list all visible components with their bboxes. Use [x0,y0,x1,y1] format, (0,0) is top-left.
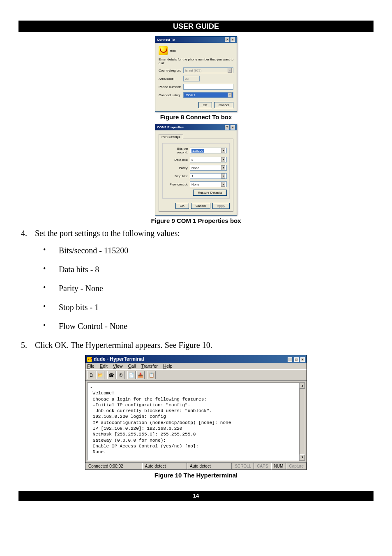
com1-titlebar: COM1 Properties ? × [155,124,237,130]
step-number-4: 4. [18,227,35,239]
restore-defaults-button[interactable]: Restore Defaults [193,190,227,196]
stopbits-label: Stop bits: [165,174,190,178]
ok-button[interactable]: OK [175,203,189,209]
ok-button[interactable]: OK [198,102,212,108]
close-icon[interactable]: × [231,37,235,42]
menubar: File Edit View Call Transfer Help [85,363,307,369]
parity-select[interactable]: None▾ [190,165,227,171]
settings-bullet-list: Bits/second - 115200 Data bits - 8 Parit… [43,245,374,332]
footer-page-number: 14 [18,491,374,501]
apply-button[interactable]: Apply [212,203,230,209]
call-menu[interactable]: Call [128,364,136,368]
header-bar: USER GUIDE [18,21,374,32]
step-number-5: 5. [18,339,35,351]
com1-title: COM1 Properties [157,125,184,129]
instructions-text: Enter details for the phone number that … [159,58,233,65]
chevron-down-icon[interactable]: ▾ [221,148,225,153]
chevron-down-icon[interactable]: ▾ [221,174,225,178]
scroll-down-icon[interactable]: ▾ [300,454,305,460]
connect-to-title: Connect To [157,38,175,42]
databits-select[interactable]: 8▾ [190,157,227,162]
area-input[interactable]: 03 [183,76,200,81]
close-icon[interactable]: × [231,125,235,130]
list-item: Bits/second - 115200 [43,245,374,256]
chevron-down-icon[interactable]: ▾ [228,93,232,97]
connect-icon[interactable]: ☎ [107,371,115,379]
window-controls: ? × [224,125,235,130]
figure-10-caption: Figure 10 The Hyperterminal [18,472,374,479]
chevron-down-icon[interactable]: ▾ [221,182,225,187]
hyperterminal-window: dude - HyperTerminal _ □ × File Edit Vie… [85,355,307,470]
window-controls: ? × [224,37,235,42]
file-menu[interactable]: File [87,364,95,368]
port-settings-tab[interactable]: Port Settings [159,134,183,139]
minimize-icon[interactable]: _ [288,357,292,362]
list-item: Stop bits - 1 [43,301,374,313]
status-scroll: SCROLL [232,463,254,470]
chevron-down-icon[interactable]: ▾ [221,165,225,170]
cancel-button[interactable]: Cancel [214,102,233,108]
status-bar: Connected 0:00:02 Auto detect Auto detec… [85,462,307,470]
chevron-down-icon[interactable]: ▾ [228,68,232,73]
list-item: Flow Control - None [43,320,374,332]
hyperterminal-title: dude - HyperTerminal [94,356,144,362]
stopbits-select[interactable]: 1▾ [190,173,227,179]
instructions-section: 4. Set the port settings to the followin… [18,227,374,351]
flow-label: Flow control: [165,183,190,186]
close-icon[interactable]: × [300,357,305,362]
status-detect1: Auto detect [142,463,187,470]
status-detect2: Auto detect [187,463,232,470]
scroll-up-icon[interactable]: ▴ [300,383,305,389]
transfer-menu[interactable]: Transfer [141,364,158,368]
scrollbar[interactable]: ▴ ▾ [299,382,305,461]
window-controls: _ □ × [287,356,305,362]
help-menu[interactable]: Help [163,364,173,368]
databits-label: Data bits: [165,158,190,162]
connect-to-dialog: Connect To ? × fred Enter details for th… [155,36,237,112]
figure-9-caption: Figure 9 COM 1 Properties box [18,217,374,224]
bps-label: Bits per second: [165,147,190,154]
status-connected: Connected 0:00:02 [85,463,142,470]
country-label: Country/region: [159,69,183,72]
list-item: Data bits - 8 [43,264,374,275]
disconnect-icon[interactable]: ✆ [116,371,125,379]
status-caps: CAPS [254,463,271,470]
flow-select[interactable]: None▾ [190,181,227,187]
figure-8-caption: Figure 8 Connect To box [18,114,374,120]
phone-input[interactable] [183,84,233,90]
chevron-down-icon[interactable]: ▾ [221,157,225,162]
cancel-button[interactable]: Cancel [191,203,210,209]
area-label: Area code: [159,77,183,81]
receive-icon[interactable]: 📥 [136,371,145,379]
help-icon[interactable]: ? [225,125,229,130]
phone-label: Phone number: [159,85,183,89]
toolbar: 🗋 📂 ☎ ✆ 📄 📥 📋 [85,369,307,381]
maximize-icon[interactable]: □ [294,357,299,362]
connect-to-titlebar: Connect To ? × [155,37,237,43]
com1-dialog: COM1 Properties ? × Port Settings Bits p… [155,124,237,215]
step-4-text: Set the port settings to the following v… [35,227,374,239]
connect-using-select[interactable]: COM1▾ [183,92,233,98]
list-item: Parity - None [43,283,374,294]
hyperterminal-titlebar: dude - HyperTerminal _ □ × [85,355,307,363]
send-icon[interactable]: 📄 [127,371,136,379]
connect-using-label: Connect using: [159,93,183,97]
open-icon[interactable]: 📂 [96,371,104,379]
status-num: NUM [271,463,286,470]
parity-label: Parity: [165,166,190,170]
new-icon[interactable]: 🗋 [87,371,95,379]
properties-icon[interactable]: 📋 [148,371,156,379]
bps-select[interactable]: 115200▾ [190,148,227,153]
step-5-text: Click OK. The Hyperterminal appears. See… [35,339,374,351]
phone-icon [159,46,168,55]
terminal-content[interactable]: - Welcome! Choose a login for the follow… [87,382,299,461]
country-select[interactable]: Israel (972)▾ [183,67,233,73]
edit-menu[interactable]: Edit [100,364,108,368]
phone-icon [87,357,92,362]
connection-name: fred [170,49,176,53]
view-menu[interactable]: View [113,364,123,368]
help-icon[interactable]: ? [225,37,229,42]
status-capture: Capture [286,463,307,470]
